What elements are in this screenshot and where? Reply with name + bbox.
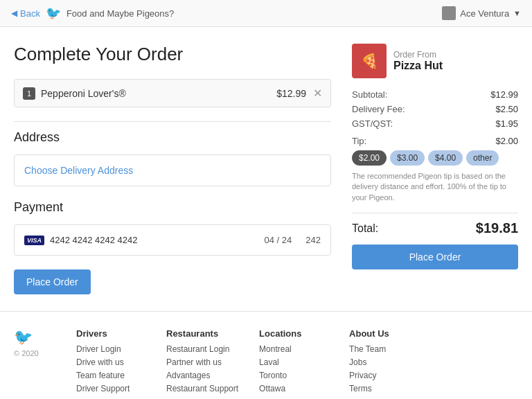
order-from-box: 🍕 Order From Pizza Hut <box>352 44 518 78</box>
card-number: 4242 4242 4242 4242 <box>50 235 138 245</box>
remove-item-button[interactable]: ✕ <box>313 87 322 100</box>
footer-link-restaurant-login[interactable]: Restaurant Login <box>166 344 238 354</box>
left-panel: Complete Your Order 1 Pepperoni Lover's®… <box>14 44 331 294</box>
footer-link-terms[interactable]: Terms <box>349 384 418 393</box>
footer-link-driver-support[interactable]: Driver Support <box>76 384 145 393</box>
right-panel: 🍕 Order From Pizza Hut Subtotal: $12.99 … <box>352 44 518 294</box>
item-price: $12.99 <box>276 88 306 99</box>
payment-box: VISA 4242 4242 4242 4242 04 / 24 242 <box>14 224 331 256</box>
page-title: Complete Your Order <box>14 44 331 65</box>
footer-link-advantages[interactable]: Advantages <box>166 371 238 380</box>
footer-col-about-title: About Us <box>349 328 418 339</box>
total-row: Total: $19.81 <box>352 220 518 236</box>
tip-row: Tip: $2.00 <box>352 136 518 146</box>
delivery-fee-value: $2.50 <box>495 104 518 114</box>
restaurant-name: Pizza Hut <box>393 60 443 72</box>
footer-link-laval[interactable]: Laval <box>259 357 328 367</box>
tip-button-3[interactable]: $3.00 <box>390 150 425 166</box>
order-item: 1 Pepperoni Lover's® $12.99 ✕ <box>14 79 331 107</box>
footer-link-jobs[interactable]: Jobs <box>349 357 418 367</box>
footer-col-locations-title: Locations <box>259 328 328 339</box>
user-name: Ace Ventura <box>460 8 509 19</box>
footer-col-restaurants-title: Restaurants <box>166 328 238 339</box>
visa-logo: VISA <box>24 236 44 245</box>
payment-section: Payment VISA 4242 4242 4242 4242 04 / 24… <box>14 200 331 256</box>
footer-link-team-feature[interactable]: Team feature <box>76 371 145 380</box>
place-order-button-right[interactable]: Place Order <box>352 245 518 269</box>
footer: 🐦 © 2020 Drivers Driver Login Drive with… <box>0 311 532 399</box>
back-button[interactable]: ◀ Back <box>11 8 40 19</box>
footer-link-ottawa[interactable]: Ottawa <box>259 384 328 393</box>
tip-value: $2.00 <box>495 136 518 146</box>
total-value: $19.81 <box>476 220 518 236</box>
payment-right: 04 / 24 242 <box>265 235 321 245</box>
order-item-left: 1 Pepperoni Lover's® <box>23 87 126 100</box>
footer-link-restaurant-support[interactable]: Restaurant Support <box>166 384 238 393</box>
main-content: Complete Your Order 1 Pepperoni Lover's®… <box>0 27 532 311</box>
footer-link-drive-with-us[interactable]: Drive with us <box>76 357 145 367</box>
payment-section-title: Payment <box>14 200 331 215</box>
payment-left: VISA 4242 4242 4242 4242 <box>24 235 138 245</box>
user-dropdown-arrow[interactable]: ▼ <box>513 9 521 17</box>
footer-logo-area: 🐦 © 2020 <box>14 328 55 397</box>
footer-col-restaurants: Restaurants Restaurant Login Partner wit… <box>166 328 238 397</box>
footer-link-privacy[interactable]: Privacy <box>349 371 418 380</box>
header-right: Ace Ventura ▼ <box>442 6 521 20</box>
restaurant-thumbnail: 🍕 <box>352 44 387 78</box>
back-label: Back <box>20 8 40 19</box>
footer-link-the-team[interactable]: The Team <box>349 344 418 354</box>
total-label: Total: <box>352 222 378 235</box>
footer-link-montreal[interactable]: Montreal <box>259 344 328 354</box>
tip-button-2[interactable]: $2.00 <box>352 150 387 166</box>
address-divider <box>14 121 331 122</box>
footer-col-locations: Locations Montreal Laval Toronto Ottawa <box>259 328 328 397</box>
header-left: ◀ Back 🐦 Food and Maybe Pigeons? <box>11 6 174 21</box>
place-order-button-left[interactable]: Place Order <box>14 269 91 294</box>
choose-address-link[interactable]: Choose Delivery Address <box>24 165 133 176</box>
order-from-label: Order From <box>393 50 443 60</box>
footer-link-driver-login[interactable]: Driver Login <box>76 344 145 354</box>
footer-link-partner-with-us[interactable]: Partner with us <box>166 357 238 367</box>
address-section: Address Choose Delivery Address <box>14 130 331 186</box>
subtotal-row: Subtotal: $12.99 <box>352 89 518 100</box>
footer-col-drivers-title: Drivers <box>76 328 145 339</box>
tip-note: The recommended Pigeon tip is based on t… <box>352 171 518 203</box>
item-quantity-badge: 1 <box>23 87 35 100</box>
tip-button-4[interactable]: $4.00 <box>428 150 463 166</box>
gst-value: $1.95 <box>495 118 518 129</box>
footer-link-toronto[interactable]: Toronto <box>259 371 328 380</box>
item-right: $12.99 ✕ <box>276 87 322 100</box>
restaurant-info: Order From Pizza Hut <box>393 50 443 72</box>
subtotal-label: Subtotal: <box>352 89 387 100</box>
address-box: Choose Delivery Address <box>14 154 331 186</box>
card-expiry: 04 / 24 <box>265 235 292 245</box>
header: ◀ Back 🐦 Food and Maybe Pigeons? Ace Ven… <box>0 0 532 27</box>
back-icon: ◀ <box>11 8 17 18</box>
footer-pigeon-icon: 🐦 <box>14 328 33 346</box>
tip-button-other[interactable]: other <box>466 150 499 166</box>
card-cvv: 242 <box>305 235 321 245</box>
delivery-fee-label: Delivery Fee: <box>352 104 405 114</box>
footer-year: © 2020 <box>14 349 39 357</box>
site-title: Food and Maybe Pigeons? <box>66 8 174 19</box>
item-name: Pepperoni Lover's® <box>41 88 126 99</box>
footer-col-about: About Us The Team Jobs Privacy Terms <box>349 328 418 397</box>
total-divider <box>352 213 518 213</box>
pigeon-icon: 🐦 <box>46 6 61 21</box>
gst-label: GST/QST: <box>352 118 393 129</box>
user-avatar <box>442 6 456 20</box>
gst-row: GST/QST: $1.95 <box>352 118 518 129</box>
subtotal-value: $12.99 <box>490 89 518 100</box>
tip-label: Tip: <box>352 136 366 146</box>
footer-col-drivers: Drivers Driver Login Drive with us Team … <box>76 328 145 397</box>
address-section-title: Address <box>14 130 331 145</box>
tip-buttons: $2.00 $3.00 $4.00 other <box>352 150 518 166</box>
delivery-fee-row: Delivery Fee: $2.50 <box>352 104 518 114</box>
